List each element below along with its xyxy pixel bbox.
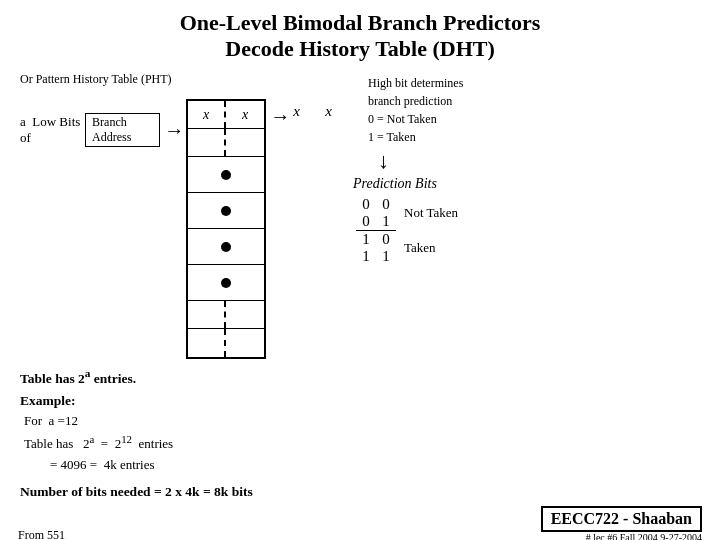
footer-row: From 551 EECC722 - Shaaban # lec #6 Fall… — [18, 506, 702, 540]
high-bit-line1: High bit determines — [368, 74, 702, 92]
bullet-icon2 — [221, 206, 231, 216]
title-line1: One-Level Bimodal Branch Predictors — [18, 10, 702, 36]
high-bit-line3: 0 = Not Taken — [368, 110, 702, 128]
dht-dot-row1 — [188, 157, 264, 193]
dht-cell-empty3-right — [226, 329, 264, 357]
pred-val-10-1: 1 — [356, 231, 376, 249]
high-bit-note: High bit determines branch prediction 0 … — [368, 74, 702, 146]
title-block: One-Level Bimodal Branch Predictors Deco… — [18, 10, 702, 62]
pred-label-not-taken: Not Taken — [396, 196, 458, 231]
example-line3: = 4096 = 4k entries — [24, 455, 338, 476]
dht-dot-row4 — [188, 265, 264, 301]
bits-needed: Number of bits needed = 2 x 4k = 8k bits — [20, 484, 338, 500]
dht-dot-row2 — [188, 193, 264, 229]
example-label: Example: — [20, 393, 338, 409]
bullet-icon3 — [221, 242, 231, 252]
pred-val-00-1: 0 — [356, 196, 376, 213]
dht-dot-row3 — [188, 229, 264, 265]
dot-cell2 — [188, 206, 264, 216]
pred-label-taken: Taken — [396, 231, 458, 266]
footer-right: EECC722 - Shaaban # lec #6 Fall 2004 9-2… — [541, 506, 702, 540]
dht-cell-empty1-right — [226, 129, 264, 156]
example-line1: For a =12 — [24, 411, 338, 432]
pht-label: Or Pattern History Table (PHT) — [20, 72, 338, 87]
left-col: Or Pattern History Table (PHT) a Low Bit… — [18, 72, 338, 500]
dot-cell4 — [188, 278, 264, 288]
dht-row-x: x x — [188, 101, 264, 129]
title-line2: Decode History Table (DHT) — [18, 36, 702, 62]
from-label: From 551 — [18, 528, 65, 540]
dht-table: x x — [186, 99, 266, 359]
prediction-bits-section: 0 0 Not Taken 0 1 1 0 Taken 1 — [356, 196, 702, 265]
output-section: → x x — [270, 99, 338, 128]
pred-row-00: 0 0 Not Taken — [356, 196, 458, 213]
high-bit-line4: 1 = Taken — [368, 128, 702, 146]
dht-cell-empty3-left — [188, 329, 226, 357]
dht-cell-x-right: x — [226, 101, 264, 128]
pred-val-01-2: 1 — [376, 213, 396, 231]
sup-12: 12 — [121, 433, 132, 445]
dht-cell-x-left: x — [188, 101, 226, 128]
prediction-bits-label: Prediction Bits — [353, 176, 702, 192]
high-bit-line2: branch prediction — [368, 92, 702, 110]
dht-table-wrapper: x x — [186, 99, 266, 359]
branch-addr-box: Branch Address — [85, 113, 160, 147]
example-section: Example: For a =12 Table has 2a = 212 en… — [20, 393, 338, 477]
course-info: # lec #6 Fall 2004 9-27-2004 — [586, 532, 702, 540]
bottom-section: Table has 2a entries. Example: For a =12… — [18, 367, 338, 500]
prediction-table: 0 0 Not Taken 0 1 1 0 Taken 1 — [356, 196, 458, 265]
dot-cell3 — [188, 242, 264, 252]
pred-val-11-2: 1 — [376, 248, 396, 265]
example-line2: Table has 2a = 212 entries — [24, 431, 338, 455]
page: One-Level Bimodal Branch Predictors Deco… — [0, 0, 720, 540]
output-xx: x x — [293, 103, 338, 120]
pred-row-10: 1 0 Taken — [356, 231, 458, 249]
main-content: Or Pattern History Table (PHT) a Low Bit… — [18, 72, 702, 500]
dht-row-empty2 — [188, 301, 264, 329]
superscript-a: a — [85, 367, 91, 379]
low-bits-prefix: a Low Bits of — [20, 114, 82, 146]
pred-val-11-1: 1 — [356, 248, 376, 265]
pred-val-00-2: 0 — [376, 196, 396, 213]
dht-row-empty1 — [188, 129, 264, 157]
dht-cell-empty1-left — [188, 129, 226, 156]
bullet-icon1 — [221, 170, 231, 180]
dht-row-empty3 — [188, 329, 264, 357]
right-col: High bit determines branch prediction 0 … — [338, 72, 702, 500]
table-entries: Table has 2a entries. — [20, 367, 338, 387]
arrow-down-icon: ↓ — [378, 148, 702, 174]
bullet-icon4 — [221, 278, 231, 288]
low-bits-row: a Low Bits of Branch Address → — [20, 113, 184, 147]
sup-a2: a — [90, 433, 95, 445]
arrow-to-table-icon: → — [164, 119, 184, 142]
eecc-badge: EECC722 - Shaaban — [541, 506, 702, 532]
dht-cell-empty2-right — [226, 301, 264, 328]
pred-val-01-1: 0 — [356, 213, 376, 231]
dot-cell1 — [188, 170, 264, 180]
dht-cell-empty2-left — [188, 301, 226, 328]
output-arrow-icon: → — [270, 105, 290, 128]
pred-val-10-2: 0 — [376, 231, 396, 249]
